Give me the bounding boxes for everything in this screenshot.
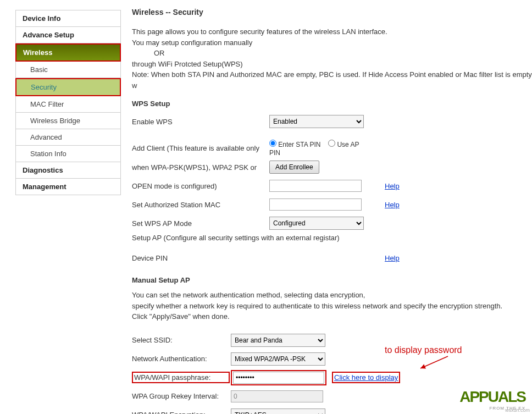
network-auth-select[interactable]: Mixed WPA2/WPA -PSK [231, 352, 325, 366]
intro-or: OR [132, 48, 532, 59]
authorized-mac-input[interactable] [269, 198, 362, 211]
sidebar-item-advanced[interactable]: Advanced [15, 129, 121, 146]
rekey-label: WPA Group Rekey Interval: [132, 392, 231, 400]
radio-enter-sta-pin[interactable]: Enter STA PIN [269, 141, 320, 148]
add-client-label-3: OPEN mode is configured) [132, 182, 269, 190]
intro-note: Note: When both STA PIN and Authorized M… [132, 69, 532, 91]
help-link[interactable]: Help [385, 201, 400, 209]
setup-ap-note: Setup AP (Configure all security setting… [132, 234, 532, 242]
intro-line: through WiFi Protcted Setup(WPS) [132, 59, 532, 70]
sidebar-item-basic[interactable]: Basic [15, 62, 121, 78]
intro-text: This page allows you to configure securi… [132, 26, 532, 91]
manual-heading: Manual Setup AP [132, 276, 532, 284]
set-mode-label: Set WPS AP Mode [132, 219, 269, 228]
add-enrollee-button[interactable]: Add Enrollee [269, 161, 319, 174]
enable-wps-label: Enable WPS [132, 118, 269, 126]
main-content: Wireless -- Security This page allows yo… [121, 0, 532, 414]
sidebar: Device Info Advance Setup Wireless Basic… [15, 10, 121, 414]
page-title: Wireless -- Security [132, 8, 532, 16]
enrollee-input[interactable] [269, 180, 362, 192]
add-client-label-2: when WPA-PSK(WPS1), WPA2 PSK or [132, 163, 269, 172]
encryption-label: WPA/WAPI Encryption: [132, 411, 231, 414]
sidebar-item-diagnostics[interactable]: Diagnostics [15, 162, 121, 179]
intro-line: This page allows you to configure securi… [132, 26, 532, 37]
set-mac-label: Set Authorized Station MAC [132, 201, 269, 209]
encryption-select[interactable]: TKIP+AES [231, 409, 325, 415]
passphrase-input[interactable] [233, 372, 324, 384]
ssid-select[interactable]: Bear and Panda [231, 334, 325, 347]
sidebar-item-advance-setup[interactable]: Advance Setup [15, 27, 121, 43]
wps-ap-mode-select[interactable]: Configured [269, 217, 364, 230]
sidebar-item-mac-filter[interactable]: MAC Filter [15, 96, 121, 113]
rekey-input[interactable] [231, 390, 323, 402]
sidebar-item-management[interactable]: Management [15, 179, 121, 195]
help-link[interactable]: Help [385, 182, 400, 190]
sidebar-item-station-info[interactable]: Station Info [15, 146, 121, 162]
wps-heading: WPS Setup [132, 100, 532, 108]
ssid-label: Select SSID: [132, 336, 231, 344]
passphrase-label: WPA/WAPI passphrase: [134, 373, 210, 382]
sidebar-item-wireless[interactable]: Wireless [15, 43, 121, 62]
annotation-text: to display password [385, 345, 462, 355]
display-passphrase-link[interactable]: Click here to display [334, 373, 398, 382]
auth-label: Network Authentication: [132, 355, 231, 363]
enable-wps-select[interactable]: Enabled [269, 115, 364, 128]
sidebar-item-device-info[interactable]: Device Info [15, 10, 121, 27]
help-link[interactable]: Help [385, 254, 400, 262]
svg-line-0 [420, 356, 448, 368]
annotation-arrow-icon [418, 355, 451, 372]
intro-line: You may setup configuration manually [132, 37, 532, 48]
sidebar-item-security[interactable]: Security [15, 78, 121, 96]
manual-desc: You can set the network authentication m… [132, 290, 532, 322]
logo-text: APPUALS [459, 388, 525, 406]
sidebar-item-wireless-bridge[interactable]: Wireless Bridge [15, 113, 121, 129]
add-client-label-1: Add Client (This feature is available on… [132, 144, 269, 152]
device-pin-label: Device PIN [132, 254, 269, 262]
source-credit: wsxdn.com [505, 407, 530, 413]
